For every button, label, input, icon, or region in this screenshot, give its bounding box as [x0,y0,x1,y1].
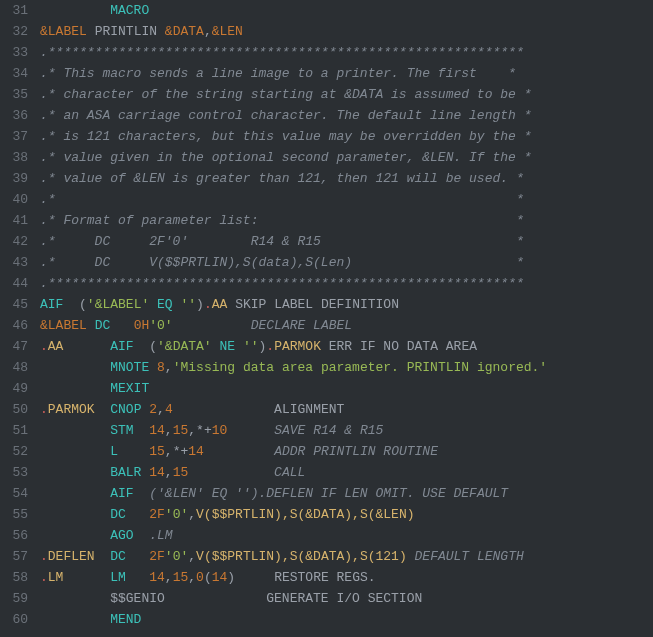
token: 0H [134,318,150,333]
token: LM [110,570,126,585]
token [126,549,149,564]
token: 14 [188,444,204,459]
code-line[interactable]: STM 14,15,*+10 SAVE R14 & R15 [40,420,547,441]
code-line[interactable]: DC 2F'0',V($$PRTLIN),S(&DATA),S(&LEN) [40,504,547,525]
code-line[interactable]: &LABEL PRINTLIN &DATA,&LEN [40,21,547,42]
code-line[interactable]: &LABEL DC 0H'0' DECLARE LABEL [40,315,547,336]
line-number: 56 [0,525,28,546]
code-line[interactable]: .PARMOK CNOP 2,4 ALIGNMENT [40,399,547,420]
code-line[interactable]: .AA AIF ('&DATA' NE '').PARMOK ERR IF NO… [40,336,547,357]
token: PARMOK [274,339,321,354]
token: DC [110,549,126,564]
token: .***************************************… [40,276,524,291]
code-line[interactable]: .***************************************… [40,42,547,63]
code-line[interactable]: AIF ('&LABEL' EQ '').AA SKIP LABEL DEFIN… [40,294,547,315]
token [40,507,110,522]
token: ( [149,339,157,354]
token: ('&LEN' EQ '').DEFLEN IF LEN OMIT. USE D… [149,486,508,501]
token [157,24,165,39]
line-number: 43 [0,252,28,273]
code-line[interactable]: MEND [40,609,547,630]
token: ) [227,570,235,585]
code-line[interactable]: .LM LM 14,15,0(14) RESTORE REGS. [40,567,547,588]
token: $$GENIO GENERATE I/O SECTION [40,591,422,606]
token: ) [196,297,204,312]
token [134,486,150,501]
token: ALIGNMENT [173,402,345,417]
token: 10 [212,423,228,438]
token: + [204,423,212,438]
line-number: 59 [0,588,28,609]
code-line[interactable]: .* value of &LEN is greater than 121, th… [40,168,547,189]
token [40,612,110,627]
code-line[interactable]: $$GENIO GENERATE I/O SECTION [40,588,547,609]
code-line[interactable]: .* value given in the optional second pa… [40,147,547,168]
code-line[interactable]: .* DC V($$PRTLIN),S(data),S(Len) * [40,252,547,273]
token: 14 [149,570,165,585]
line-number: 41 [0,210,28,231]
token: DC [95,318,111,333]
token: MACRO [110,3,149,18]
token: V($$PRTLIN),S(&DATA),S(121) [196,549,407,564]
code-line[interactable]: .***************************************… [40,273,547,294]
line-number: 35 [0,84,28,105]
line-number: 57 [0,546,28,567]
token: MNOTE [110,360,149,375]
line-number: 45 [0,294,28,315]
token [149,360,157,375]
code-line[interactable]: .* DC 2F'0' R14 & R15 * [40,231,547,252]
line-number: 37 [0,126,28,147]
token: V($$PRTLIN),S(&DATA),S(&LEN) [196,507,414,522]
code-line[interactable]: MNOTE 8,'Missing data area parameter. PR… [40,357,547,378]
code-line[interactable]: .* character of the string starting at &… [40,84,547,105]
token [110,318,133,333]
token: &LABEL [40,318,87,333]
token: .* an ASA carriage control character. Th… [40,108,531,123]
token: MEXIT [110,381,149,396]
code-area[interactable]: MACRO&LABEL PRINTLIN &DATA,&LEN.********… [36,0,547,630]
code-line[interactable]: BALR 14,15 CALL [40,462,547,483]
token [134,423,150,438]
code-line[interactable]: AGO .LM [40,525,547,546]
token: STM [110,423,133,438]
token: , [165,423,173,438]
code-line[interactable]: AIF ('&LEN' EQ '').DEFLEN IF LEN OMIT. U… [40,483,547,504]
token: ERR IF NO DATA AREA [321,339,477,354]
code-line[interactable]: .* is 121 characters, but this value may… [40,126,547,147]
token [227,423,274,438]
token: , [165,570,173,585]
code-line[interactable]: .* an ASA carriage control character. Th… [40,105,547,126]
token [149,297,157,312]
token: 2 [149,402,157,417]
token: .* Format of parameter list: * [40,213,524,228]
token: 15 [173,465,189,480]
line-number: 58 [0,567,28,588]
token: .* DC 2F'0' R14 & R15 * [40,234,524,249]
token: CALL [274,465,305,480]
line-number: 55 [0,504,28,525]
token: '&DATA' [157,339,212,354]
code-line[interactable]: .* This macro sends a line image to a pr… [40,63,547,84]
code-line[interactable]: .DEFLEN DC 2F'0',V($$PRTLIN),S(&DATA),S(… [40,546,547,567]
token: , [165,465,173,480]
token: DC [110,507,126,522]
code-line[interactable]: .* Format of parameter list: * [40,210,547,231]
code-line[interactable]: MACRO [40,0,547,21]
line-number: 54 [0,483,28,504]
token: AA [212,297,228,312]
line-number: 40 [0,189,28,210]
code-line[interactable]: MEXIT [40,378,547,399]
code-line[interactable]: .* * [40,189,547,210]
token: 8 [157,360,165,375]
token: 15 [173,570,189,585]
token: '0' [165,549,188,564]
token: 4 [165,402,173,417]
token [134,528,150,543]
line-number: 47 [0,336,28,357]
token: , [165,444,173,459]
token: DEFLEN [48,549,95,564]
token [63,570,110,585]
token: RESTORE REGS. [235,570,375,585]
code-line[interactable]: L 15,*+14 ADDR PRINTLIN ROUTINE [40,441,547,462]
token [95,402,111,417]
